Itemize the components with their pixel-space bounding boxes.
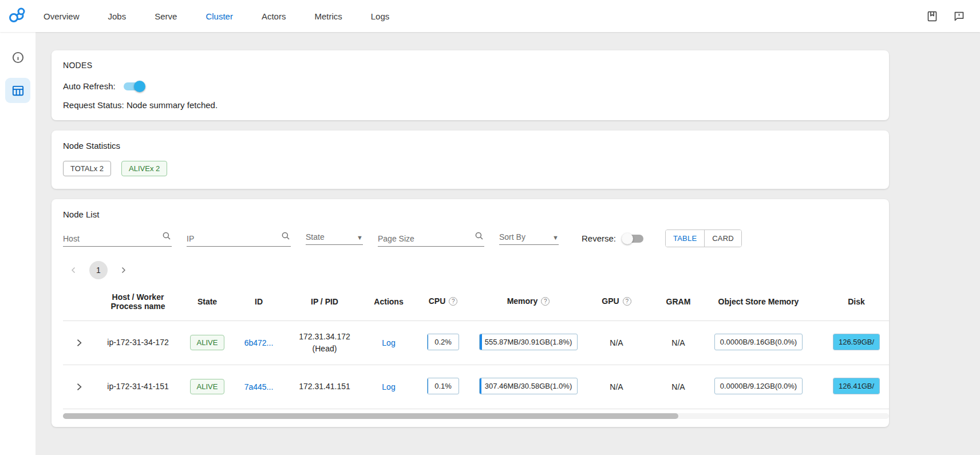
chevron-left-icon[interactable] (66, 263, 81, 278)
col-memory: Memory? (474, 283, 583, 321)
col-cpu: CPU? (412, 283, 474, 321)
col-ip-pid: IP / PID (284, 283, 365, 321)
feedback-icon[interactable] (953, 10, 965, 22)
alive-count-chip[interactable]: ALIVEx 2 (121, 161, 167, 176)
disk-usage-cell: 126.41GB/ (833, 378, 880, 394)
state-filter-select[interactable]: State ▼ (306, 232, 363, 245)
reverse-toggle[interactable] (624, 235, 643, 243)
col-gram: GRAM (650, 283, 706, 321)
request-status: Request Status: Node summary fetched. (63, 100, 878, 110)
expand-column-header (63, 283, 95, 321)
ip-filter-field (187, 231, 291, 247)
auto-refresh-row: Auto Refresh: (63, 81, 878, 91)
view-toggle-group: TABLE CARD (665, 230, 742, 247)
node-table-icon[interactable] (5, 78, 30, 103)
node-table-wrap: Host / Worker Process name State ID IP /… (63, 283, 889, 409)
progress-fill (480, 378, 481, 394)
cpu-usage-cell: 0.2% (427, 334, 459, 350)
log-link[interactable]: Log (382, 338, 395, 347)
auto-refresh-label: Auto Refresh: (63, 81, 116, 91)
search-icon (161, 231, 172, 243)
col-id: ID (234, 283, 284, 321)
help-icon[interactable]: ? (449, 297, 457, 306)
toggle-thumb (134, 81, 145, 92)
node-table: Host / Worker Process name State ID IP /… (63, 283, 889, 409)
expand-row-icon[interactable] (71, 335, 87, 351)
expand-row-icon[interactable] (71, 379, 87, 395)
state-filter-label: State (306, 232, 354, 242)
help-icon[interactable]: ? (541, 297, 550, 306)
gpu-value: N/A (610, 382, 623, 391)
node-statistics-chips: TOTALx 2 ALIVEx 2 (63, 161, 878, 179)
host-name: ip-172-31-34-172 (107, 337, 168, 348)
docs-icon[interactable] (926, 10, 938, 22)
ip-pid: 172.31.34.172 (Head) (290, 331, 359, 354)
node-statistics-title: Node Statistics (63, 141, 878, 151)
disk-usage-cell: 126.59GB/ (833, 334, 880, 350)
navbar-actions (926, 10, 965, 22)
ip-filter-input[interactable] (187, 234, 280, 243)
node-list-card: Node List State ▼ (52, 199, 889, 427)
toggle-thumb (622, 233, 633, 244)
col-state: State (181, 283, 234, 321)
nav-cluster[interactable]: Cluster (206, 11, 233, 21)
nav-actors[interactable]: Actors (262, 11, 286, 21)
memory-usage-cell: 555.87MB/30.91GB(1.8%) (479, 334, 578, 350)
help-icon[interactable]: ? (623, 297, 631, 306)
caret-down-icon: ▼ (357, 234, 363, 241)
log-link[interactable]: Log (382, 382, 395, 391)
card-view-button[interactable]: CARD (704, 230, 741, 247)
nav-metrics[interactable]: Metrics (314, 11, 342, 21)
main-nav: Overview Jobs Serve Cluster Actors Metri… (44, 11, 389, 21)
scrollbar-thumb[interactable] (63, 413, 678, 419)
host-filter-input[interactable] (63, 234, 161, 243)
nodes-card-title: NODES (63, 61, 878, 70)
sort-by-select[interactable]: Sort By ▼ (499, 232, 559, 245)
node-id-link[interactable]: 7a445... (244, 382, 274, 391)
pagination: 1 (66, 261, 878, 279)
gram-value: N/A (671, 338, 685, 347)
nav-jobs[interactable]: Jobs (108, 11, 127, 21)
progress-fill (428, 378, 428, 394)
col-actions: Actions (365, 283, 412, 321)
page-size-input[interactable] (378, 234, 474, 243)
node-list-title: Node List (63, 209, 878, 219)
total-count-chip[interactable]: TOTALx 2 (63, 161, 111, 176)
chevron-right-icon[interactable] (116, 263, 131, 278)
host-filter-field (63, 231, 172, 247)
gpu-value: N/A (610, 338, 623, 347)
page-number-button[interactable]: 1 (89, 261, 108, 279)
table-header-row: Host / Worker Process name State ID IP /… (63, 283, 889, 321)
top-navbar: Overview Jobs Serve Cluster Actors Metri… (0, 0, 980, 32)
node-id-link[interactable]: 6b472... (244, 338, 274, 347)
ray-logo[interactable] (7, 6, 27, 26)
info-icon[interactable] (5, 45, 30, 70)
memory-usage-cell: 307.46MB/30.58GB(1.0%) (479, 378, 578, 394)
left-sidebar (0, 32, 35, 455)
table-row: ip-172-31-41-151 ALIVE 7a445... 172.31.4… (63, 365, 889, 409)
auto-refresh-toggle[interactable] (124, 82, 143, 90)
nav-overview[interactable]: Overview (44, 11, 80, 21)
status-badge: ALIVE (190, 335, 225, 350)
table-row: ip-172-31-34-172 ALIVE 6b472... 172.31.3… (63, 321, 889, 365)
nav-serve[interactable]: Serve (155, 11, 177, 21)
nav-logs[interactable]: Logs (371, 11, 390, 21)
page-size-filter-field (378, 231, 484, 247)
nodes-card: NODES Auto Refresh: Request Status: Node… (52, 50, 889, 120)
progress-fill (480, 334, 482, 350)
col-disk: Disk (811, 283, 889, 321)
object-store-cell: 0.0000B/9.12GB(0.0%) (714, 378, 803, 394)
gram-value: N/A (671, 382, 685, 391)
search-icon (280, 231, 291, 243)
table-view-button[interactable]: TABLE (666, 230, 704, 247)
node-list-filters: State ▼ Sort By ▼ Reverse: TABLE CARD (63, 230, 878, 247)
ip-pid: 172.31.41.151 (299, 381, 350, 392)
horizontal-scrollbar (63, 413, 889, 419)
caret-down-icon: ▼ (552, 234, 559, 241)
reverse-label: Reverse: (582, 234, 616, 243)
main-content: NODES Auto Refresh: Request Status: Node… (35, 32, 980, 455)
col-gpu: GPU? (583, 283, 650, 321)
search-icon (474, 231, 484, 243)
status-badge: ALIVE (190, 379, 225, 394)
cpu-usage-cell: 0.1% (427, 378, 459, 394)
